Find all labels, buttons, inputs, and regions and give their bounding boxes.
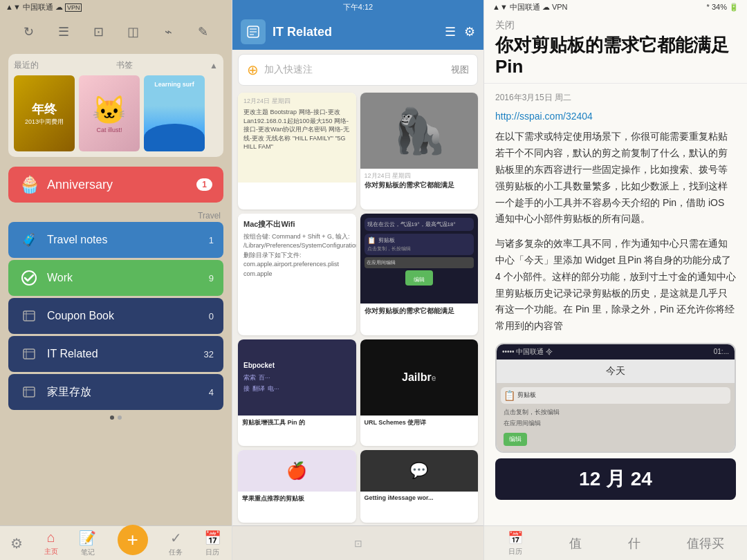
notebook-header-icon (241, 19, 266, 44)
recent-thumbnails: 年终 2013中周费用 🐱 Cat illust! Learning surf (14, 75, 218, 151)
phone-time: 01:... (714, 348, 729, 355)
pin-card-label: 剪贴板增强工具 Pin 的 (242, 418, 352, 427)
home-tab-label: 主页 (44, 547, 58, 557)
tab-settings[interactable]: ⚙ (10, 535, 23, 552)
dot-1 (110, 416, 114, 420)
clipboard-widget-icon: 📋 (504, 390, 515, 401)
right-status-bar: ▲▼ 中国联通 ☁ VPN * 34% 🔋 (484, 0, 747, 14)
notebook-item-home[interactable]: 家里存放 4 (8, 374, 223, 410)
note-card-clipboard-intro[interactable]: 🦍 12月24日 星期四 你对剪贴板的需求它都能满足 (360, 93, 479, 209)
tasks-tab-label: 任务 (169, 548, 183, 557)
notes-icon: 📝 (79, 530, 96, 546)
right-what-icon: 什 (628, 535, 640, 552)
card-date-1: 12月24日 星期四 (243, 97, 351, 106)
note-card-mac-wifi[interactable]: Mac搜不出Wifi 按组合键: Command + Shift + G, 输入… (238, 214, 356, 335)
note-card-apple-clipboard[interactable]: 🍎 苹果重点推荐的剪贴板 (238, 450, 356, 523)
quick-note-input[interactable]: 加入快速注 (264, 64, 445, 76)
settings-gear-icon[interactable]: ⚙ (464, 24, 475, 39)
phone-top-bar: ••••• 中国联通 令 01:... (497, 344, 735, 360)
mid-bottom-icon: ⊡ (354, 538, 362, 549)
notes-tab-label: 笔记 (81, 548, 95, 557)
dot-2 (118, 416, 122, 420)
card-body-3: 按组合键: Command + Shift + G, 输入: /Library/… (243, 232, 351, 279)
left-panel: ▲▼ 中国联通 ☁ VPN ↻ ☰ ⊡ ◫ ⌁ ✎ 最近的 书签 ▲ 年终 20… (0, 0, 232, 560)
view-toggle[interactable]: 视图 (451, 64, 469, 76)
list-view-icon[interactable]: ☰ (445, 24, 456, 39)
copy-paste-hint: 点击复制，长按编辑 (504, 408, 728, 417)
cat-illust-img: 🐱 (92, 94, 127, 127)
article-link[interactable]: http://sspai.com/32404 (495, 111, 736, 122)
apple-icon: 🍎 (286, 461, 307, 480)
note-card-pin-tool[interactable]: Ebpocket 索索 百··· 接 翻译 电··· 剪贴板增强工具 Pin 的 (238, 339, 356, 447)
card-title-4: 你对剪贴板的需求它都能满足 (365, 306, 474, 316)
thumbnail-item[interactable]: 🐱 Cat illust! (79, 75, 140, 151)
bookmarks-label: 书签 (116, 59, 133, 71)
article-content: 2016年3月15日 周二 http://sspai.com/32404 在以下… (484, 84, 747, 525)
tab-tasks[interactable]: ✓ 任务 (169, 530, 183, 557)
mid-status-bar: 下午4:12 (232, 0, 483, 14)
anniversary-button[interactable]: 🧁 Anniversary 1 (8, 167, 223, 203)
note-card-phone-screenshot[interactable]: 现在在云云，气温19°，最高气温18° 📋 剪贴板 点击复制，长按编辑 在应用间… (360, 214, 479, 335)
mid-bottom-bar: ⊡ (232, 525, 483, 560)
menu-icon[interactable]: ☰ (51, 19, 76, 44)
right-battery: * 34% 🔋 (707, 3, 739, 12)
quick-note-icon: ⊕ (247, 62, 259, 78)
jailbreak-text: Jailbre (402, 371, 436, 384)
svg-rect-4 (24, 349, 35, 359)
card-date-2: 12月24日 星期四 (365, 171, 474, 180)
tab-home[interactable]: ⌂ 主页 (44, 530, 58, 557)
thumbnail-item[interactable]: Learning surf (144, 75, 205, 151)
travel-notes-count: 1 (209, 235, 214, 245)
thumbnail-item[interactable]: 年终 2013中周费用 (14, 75, 75, 151)
mid-time: 下午4:12 (343, 2, 373, 12)
right-calendar-icon: 📅 (508, 530, 523, 545)
gallery-icon[interactable]: ◫ (121, 19, 146, 44)
close-button[interactable]: 关闭 (495, 19, 736, 32)
article-body-2: 与诸多复杂的效率工具不同，作为通知中心只需在通知中心「今天」里添加 Widget… (495, 236, 736, 335)
notebook-item-work[interactable]: Work 9 (8, 260, 223, 296)
article-date: 2016年3月15日 周二 (495, 92, 736, 104)
right-tab-worth-buying[interactable]: 值得买 (687, 535, 724, 552)
right-bottom-bar: 📅 日历 值 什 值得买 (484, 525, 747, 560)
left-bottom-tabbar: ⚙ ⌂ 主页 📝 笔记 + ✓ 任务 📅 日历 (0, 525, 232, 560)
tap-copy-label: 点击复制，长按编辑 (367, 245, 472, 252)
mic-icon[interactable]: ⌁ (156, 19, 181, 44)
card-title-2: 你对剪贴板的需求它都能满足 (365, 180, 474, 190)
tab-notes[interactable]: 📝 笔记 (79, 530, 96, 557)
right-calendar-label: 日历 (508, 547, 522, 557)
card-body-1: 更改主题 Bootstrap 网络-接口-更改 Lan192.168.0.1起始… (243, 108, 351, 151)
footer-date-display: 12 月 24 (579, 466, 652, 492)
camera-icon[interactable]: ⊡ (86, 19, 111, 44)
learning-surf-text: Learning surf (154, 81, 194, 88)
edit-button[interactable]: 编辑 (405, 270, 433, 286)
refresh-icon[interactable]: ↻ (16, 19, 41, 44)
right-panel: ▲▼ 中国联通 ☁ VPN * 34% 🔋 关闭 你对剪贴板的需求它都能满足Pi… (484, 0, 747, 560)
clipboard-widget-label: 剪贴板 (517, 391, 536, 400)
add-button[interactable]: + (118, 525, 148, 555)
right-tab-value[interactable]: 值 (569, 535, 582, 552)
page-dots (0, 416, 232, 420)
left-status-bar: ▲▼ 中国联通 ☁ VPN (0, 0, 232, 14)
notebook-item-coupon[interactable]: Coupon Book 0 (8, 298, 223, 334)
apple-clipboard-label: 苹果重点推荐的剪贴板 (242, 494, 352, 503)
work-icon (18, 267, 40, 289)
calendar-tab-label: 日历 (205, 548, 219, 557)
travel-notes-icon: 🧳 (18, 229, 40, 251)
gorilla-image: 🦍 (360, 93, 479, 169)
right-tab-calendar[interactable]: 📅 日历 (508, 530, 523, 557)
note-card-jailbreak[interactable]: Jailbre URL Schemes 使用详 (360, 339, 479, 447)
collapse-icon[interactable]: ▲ (210, 61, 218, 71)
phone-edit-btn[interactable]: 编辑 (504, 433, 527, 446)
notebook-item-travel[interactable]: 🧳 Travel notes 1 (8, 222, 223, 258)
notebook-item-itrelated[interactable]: IT Related 32 (8, 336, 223, 372)
right-tab-what[interactable]: 什 (628, 535, 640, 552)
tab-calendar[interactable]: 📅 日历 (204, 530, 221, 557)
pen-icon[interactable]: ✎ (191, 19, 216, 44)
note-card-gorilla-text[interactable]: 12月24日 星期四 更改主题 Bootstrap 网络-接口-更改 Lan19… (238, 93, 356, 209)
thumb-text-1: 年终 2013中周费用 (24, 100, 65, 128)
right-article-header: 关闭 你对剪贴板的需求它都能满足Pin (484, 14, 747, 84)
itrelated-icon (18, 343, 40, 365)
url-schemes-label: URL Schemes 使用详 (365, 418, 474, 427)
clipboard-widget: 📋 剪贴板 (501, 387, 730, 404)
note-card-imessage[interactable]: 💬 Getting iMessage wor... (360, 450, 479, 523)
